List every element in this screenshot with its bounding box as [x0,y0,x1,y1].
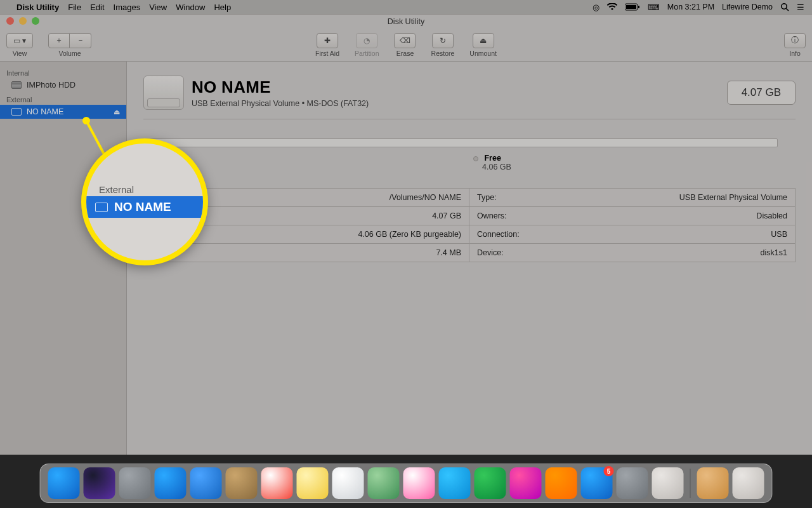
prop-key: Device: [477,248,504,257]
menubar-user[interactable]: Lifewire Demo [722,3,773,11]
toolbar-volume-group: ＋ － Volume [48,33,91,57]
erase-label: Erase [396,50,414,57]
toolbar-info-group: ⓘ Info [784,33,806,57]
volume-icon [143,76,184,110]
window-traffic-lights [6,17,39,25]
wifi-icon[interactable] [607,3,617,11]
dock-app-photos[interactable] [403,467,435,499]
dock-app-messages[interactable] [439,467,471,499]
toolbar-center: ✚First Aid ◔Partition ⌫Erase ↻Restore ⏏U… [315,33,497,57]
prop-key: Connection: [477,230,520,239]
window-title: Disk Utility [388,17,424,26]
toolbar-view-group: ▭ ▾ View [6,33,33,57]
dock-app-finder[interactable] [48,467,80,499]
menubar-clock[interactable]: Mon 3:21 PM [667,3,714,11]
keyboard-icon[interactable]: ⌨ [648,3,660,12]
restore-button[interactable]: ↻ [432,33,454,48]
unmount-label: Unmount [469,50,497,57]
prop-val: Disabled [756,211,787,220]
prop-row-device: Device:disk1s1 [469,244,795,262]
dock-tray-trash[interactable] [733,467,764,499]
external-disk-icon [95,203,108,212]
unmount-button[interactable]: ⏏ [473,33,494,48]
prop-row-owners: Owners:Disabled [469,207,795,225]
dock-app-ibooks[interactable] [546,467,577,499]
dock-app-facetime[interactable] [475,467,506,499]
close-button[interactable] [6,17,14,25]
info-label: Info [789,50,801,57]
prop-row-type: Type:USB External Physical Volume [469,189,795,207]
dock-app-calendar[interactable] [261,467,293,499]
dock-tray-folder[interactable] [697,467,729,499]
dock-app-safari[interactable] [155,467,187,499]
svg-rect-2 [638,6,639,8]
prop-val: USB [771,230,787,239]
sidebar-section-external: External [0,92,126,105]
prop-key: Type: [477,193,497,202]
dock-app-notes[interactable] [297,467,329,499]
dock-app-siri[interactable] [84,467,115,499]
callout-magnifier: External NO NAME [81,138,208,265]
dock-app-diskutility[interactable] [652,467,684,499]
notification-center-icon[interactable]: ☰ [797,3,804,12]
sidebar-section-internal: Internal [0,65,126,78]
restore-label: Restore [431,50,455,57]
prop-val: /Volumes/NO NAME [390,193,461,202]
window-titlebar[interactable]: Disk Utility [0,15,812,29]
menu-edit[interactable]: Edit [90,3,104,12]
svg-point-3 [782,4,787,9]
dock-app-contacts[interactable] [226,467,258,499]
menu-file[interactable]: File [68,3,81,12]
firstaid-button[interactable]: ✚ [317,33,338,48]
sidebar-item-imphoto-hdd[interactable]: IMPhoto HDD [0,78,126,92]
dock-app-preferences[interactable] [617,467,648,499]
partition-label: Partition [355,50,379,57]
volume-detail-pane: NO NAME USB External Physical Volume • M… [127,62,812,455]
callout-section-label: External [86,168,203,196]
minimize-button[interactable] [19,17,27,25]
dock-badge: 5 [604,466,614,476]
dock-app-reminders[interactable] [332,467,364,499]
usage-bar [143,138,778,147]
dock-app-appstore[interactable]: 5 [581,467,613,499]
battery-icon[interactable] [625,3,640,11]
menu-view[interactable]: View [149,3,167,12]
cc-icon[interactable]: ◎ [593,3,599,12]
free-label: Free [484,154,501,163]
sidebar-item-no-name[interactable]: NO NAME ⏏ [0,105,126,119]
dock-app-maps[interactable] [368,467,400,499]
firstaid-label: First Aid [315,50,339,57]
spotlight-icon[interactable] [780,3,789,11]
svg-rect-1 [626,5,636,9]
menu-help[interactable]: Help [214,3,231,12]
external-disk-icon [11,108,22,116]
sidebar: Internal IMPhoto HDD External NO NAME ⏏ [0,62,127,455]
view-button[interactable]: ▭ ▾ [6,33,33,48]
svg-line-4 [786,8,789,11]
capacity-badge: 4.07 GB [727,81,796,105]
partition-button[interactable]: ◔ [356,33,377,48]
dock-app-launchpad[interactable] [119,467,151,499]
dock-separator [690,469,691,498]
menubar-app-name[interactable]: Disk Utility [16,3,59,12]
erase-button[interactable]: ⌫ [395,33,416,48]
eject-icon[interactable]: ⏏ [114,108,120,116]
properties-table: Mount Point:/Volumes/NO NAME Capacity:4.… [143,188,796,262]
view-label: View [13,50,27,57]
volume-remove-button[interactable]: － [70,33,91,48]
dock-app-music[interactable] [510,467,542,499]
volume-subtitle: USB External Physical Volume • MS-DOS (F… [192,99,369,108]
prop-val: 7.4 MB [436,248,461,257]
sidebar-item-label: IMPhoto HDD [27,81,75,90]
zoom-button[interactable] [32,17,39,25]
menu-window[interactable]: Window [176,3,205,12]
volume-add-button[interactable]: ＋ [48,33,70,48]
prop-val: disk1s1 [761,248,787,257]
usage-legend: Free 4.06 GB [143,154,796,171]
dock-app-mail[interactable] [190,467,222,499]
prop-row-used: Used:7.4 MB [144,244,469,262]
callout-anchor-dot [82,117,90,124]
menu-images[interactable]: Images [114,3,141,12]
callout-item-label: NO NAME [114,200,171,214]
info-button[interactable]: ⓘ [784,33,806,48]
